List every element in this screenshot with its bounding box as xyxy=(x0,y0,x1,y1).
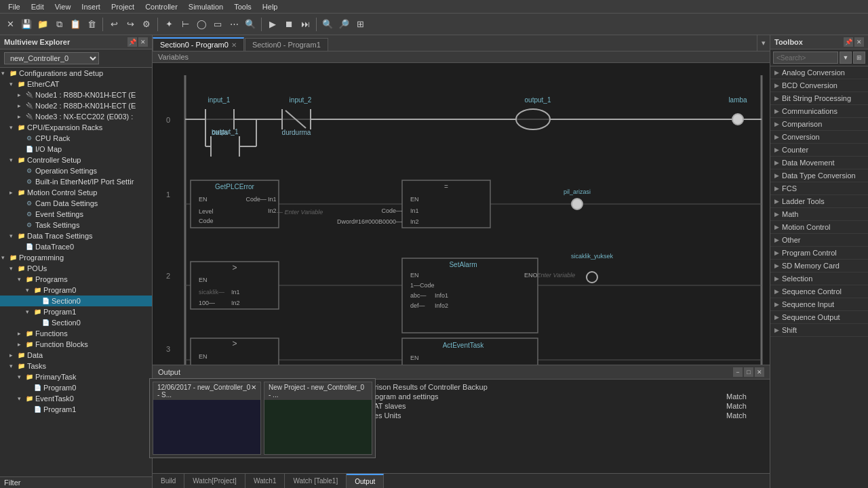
toolbox-search-btn[interactable]: ▼ xyxy=(840,52,852,64)
tab-close-0[interactable]: ✕ xyxy=(231,41,237,49)
zoom-fit-btn[interactable]: ⊞ xyxy=(353,17,368,32)
tree-item-camdata[interactable]: ⚙Cam Data Settings xyxy=(0,198,152,209)
tree-item-ethercat[interactable]: ▾📁EtherCAT xyxy=(0,79,152,89)
menu-view[interactable]: View xyxy=(50,0,77,13)
tab-section0-program0[interactable]: Section0 - Program0 ✕ xyxy=(153,37,244,51)
tree-item-node3[interactable]: ▸🔌Node3 : NX-ECC202 (E003) : xyxy=(0,111,152,122)
bottom-tab-watch1[interactable]: Watch1 xyxy=(245,474,285,488)
tree-item-opset[interactable]: ⚙Operation Settings xyxy=(0,165,152,176)
menu-controller[interactable]: Controller xyxy=(140,0,183,13)
toolbox-item-0[interactable]: ▶Analog Conversion xyxy=(770,66,868,79)
toolbox-close-btn[interactable]: ✕ xyxy=(854,37,864,47)
tree-item-functionblocks[interactable]: ▸📁Function Blocks xyxy=(0,339,152,350)
tab-scroll-arrow[interactable]: ▾ xyxy=(757,35,770,51)
tree-item-functions[interactable]: ▸📁Functions xyxy=(0,328,152,339)
zoom-out-btn[interactable]: 🔎 xyxy=(336,17,351,32)
tree-item-tasksettings[interactable]: ⚙Task Settings xyxy=(0,220,152,230)
tree-item-program0b[interactable]: 📄Program0 xyxy=(0,382,152,393)
toolbox-item-10[interactable]: ▶Ladder Tools xyxy=(770,195,868,208)
contact-btn[interactable]: ⊢ xyxy=(178,17,193,32)
tree-item-program0[interactable]: ▾📁Program0 xyxy=(0,285,152,296)
menu-insert[interactable]: Insert xyxy=(76,0,106,13)
tree-item-section0b[interactable]: 📄Section0 xyxy=(0,317,152,328)
redo-btn[interactable]: ↪ xyxy=(123,17,138,32)
step-btn[interactable]: ⏭ xyxy=(298,17,313,32)
tree-item-eventsettings[interactable]: ⚙Event Settings xyxy=(0,209,152,220)
tree-item-cpurack[interactable]: ⚙CPU Rack xyxy=(0,133,152,144)
toolbox-item-13[interactable]: ▶Other xyxy=(770,234,868,247)
tree-item-programs[interactable]: ▾📁Programs xyxy=(0,274,152,285)
toolbox-search-input[interactable] xyxy=(773,52,838,64)
toolbox-item-4[interactable]: ▶Comparison xyxy=(770,118,868,131)
tree-item-configs[interactable]: ▾📁Configurations and Setup xyxy=(0,68,152,79)
wire-btn[interactable]: ⋯ xyxy=(226,17,241,32)
toolbox-item-5[interactable]: ▶Conversion xyxy=(770,131,868,144)
bottom-tab-watch-table1[interactable]: Watch [Table1] xyxy=(285,474,347,488)
paste-btn[interactable]: 📋 xyxy=(68,17,83,32)
tree-item-primarytask[interactable]: ▾📁PrimaryTask xyxy=(0,371,152,382)
tree-item-node1[interactable]: ▸🔌Node1 : R88D-KN01H-ECT (E xyxy=(0,89,152,100)
toolbox-item-16[interactable]: ▶Selection xyxy=(770,272,868,285)
tree-item-tasks[interactable]: ▾📁Tasks xyxy=(0,361,152,371)
delete-btn[interactable]: 🗑 xyxy=(84,17,99,32)
toolbox-item-8[interactable]: ▶Data Type Conversion xyxy=(770,169,868,182)
tree-item-motionsetup[interactable]: ▸📁Motion Control Setup xyxy=(0,187,152,198)
copy-btn[interactable]: ⧉ xyxy=(52,17,66,32)
pin-btn[interactable]: 📌 xyxy=(127,37,137,47)
toolbox-item-11[interactable]: ▶Math xyxy=(770,208,868,221)
menu-tools[interactable]: Tools xyxy=(229,0,257,13)
taskbar-preview-1[interactable]: New Project - new_Controller_0 - ... xyxy=(264,382,372,455)
bottom-tab-watch-project[interactable]: Watch[Project] xyxy=(184,474,245,488)
menu-help[interactable]: Help xyxy=(257,0,283,13)
tree-item-data[interactable]: ▸📁Data xyxy=(0,350,152,361)
output-maximize-btn[interactable]: □ xyxy=(744,367,753,377)
open-btn[interactable]: 📁 xyxy=(35,17,50,32)
tree-item-program1[interactable]: ▾📁Program1 xyxy=(0,306,152,317)
run-btn[interactable]: ▶ xyxy=(265,17,280,32)
tree-item-eventtask0[interactable]: ▾📁EventTask0 xyxy=(0,393,152,404)
toolbox-item-18[interactable]: ▶Sequence Input xyxy=(770,298,868,311)
block-btn[interactable]: ▭ xyxy=(210,17,225,32)
bottom-tab-build[interactable]: Build xyxy=(153,474,184,488)
toolbox-item-17[interactable]: ▶Sequence Control xyxy=(770,285,868,298)
compile-btn[interactable]: ⚙ xyxy=(139,17,154,32)
menu-edit[interactable]: Edit xyxy=(26,0,50,13)
toolbox-item-15[interactable]: ▶SD Memory Card xyxy=(770,260,868,272)
toolbox-item-1[interactable]: ▶BCD Conversion xyxy=(770,79,868,92)
coil-btn[interactable]: ◯ xyxy=(194,17,209,32)
toolbox-item-2[interactable]: ▶Bit String Processing xyxy=(770,92,868,105)
toolbox-item-6[interactable]: ▶Counter xyxy=(770,144,868,157)
menu-project[interactable]: Project xyxy=(106,0,140,13)
taskbar-preview-0[interactable]: 12/06/2017 - new_Controller_0 - S... ✕ xyxy=(153,382,261,455)
search-btn[interactable]: 🔍 xyxy=(243,17,258,32)
toolbox-item-19[interactable]: ▶Sequence Output xyxy=(770,311,868,324)
ladder-area[interactable]: 0 input_1 basla input_2 xyxy=(153,63,770,365)
toolbox-pin-btn[interactable]: 📌 xyxy=(844,37,853,47)
toolbox-item-9[interactable]: ▶FCS xyxy=(770,182,868,195)
toolbox-search-go-btn[interactable]: ⊞ xyxy=(853,52,865,64)
bottom-tab-output[interactable]: Output xyxy=(347,474,384,488)
tree-item-programming[interactable]: ▾📁Programming xyxy=(0,252,152,263)
tree-item-iomap[interactable]: 📄I/O Map xyxy=(0,144,152,155)
taskbar-preview-close-0[interactable]: ✕ xyxy=(251,384,256,399)
tree-item-pous[interactable]: ▾📁POUs xyxy=(0,263,152,274)
tab-section0-program1[interactable]: Section0 - Program1 xyxy=(245,38,328,51)
output-close-btn[interactable]: ✕ xyxy=(755,367,764,377)
zoom-in-btn[interactable]: 🔍 xyxy=(320,17,335,32)
tree-item-builtinnet[interactable]: ⚙Built-in EtherNet/IP Port Settir xyxy=(0,176,152,187)
toolbox-item-20[interactable]: ▶Shift xyxy=(770,324,868,337)
output-minimize-btn[interactable]: − xyxy=(733,367,743,377)
tree-item-ctrlsetup[interactable]: ▾📁Controller Setup xyxy=(0,155,152,165)
undo-btn[interactable]: ↩ xyxy=(106,17,121,32)
new-btn[interactable]: ✕ xyxy=(3,17,18,32)
tree-item-program1b[interactable]: 📄Program1 xyxy=(0,404,152,415)
toolbox-item-3[interactable]: ▶Communications xyxy=(770,105,868,118)
save-btn[interactable]: 💾 xyxy=(19,17,34,32)
close-panel-btn[interactable]: ✕ xyxy=(138,37,148,47)
tree-item-node2[interactable]: ▸🔌Node2 : R88D-KN01H-ECT (E xyxy=(0,100,152,111)
tree-item-cpuracks[interactable]: ▾📁CPU/Expansion Racks xyxy=(0,122,152,133)
tree-item-datatrace0[interactable]: 📄DataTrace0 xyxy=(0,241,152,252)
stop-btn[interactable]: ⏹ xyxy=(281,17,296,32)
controller-select[interactable]: new_Controller_0 xyxy=(4,52,99,64)
toolbox-item-7[interactable]: ▶Data Movement xyxy=(770,157,868,169)
